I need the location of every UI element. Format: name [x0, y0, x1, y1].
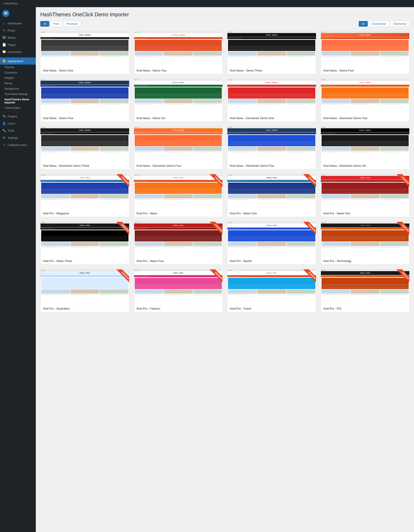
premium-corner-viral-pro-news-two: PREMIUM	[394, 174, 409, 190]
theme-card-viral-pro-sports[interactable]: PREMIUMVIRAL PROHomeWorldTechSportsEntVi…	[227, 221, 316, 265]
themes-grid: VIRAL NEWSHomeWorldTechSportsEntViral Ne…	[40, 31, 410, 312]
theme-name-viral-pro-news: Viral Pro - News	[134, 210, 223, 217]
sidebar-item-media[interactable]: 🖼 Media	[0, 34, 36, 41]
sidebar-item-settings[interactable]: ⚙ Settings	[0, 134, 36, 141]
theme-thumbnail-viral-news-el3: VIRAL NEWSHomeWorldTechSportsEnt	[40, 126, 129, 162]
theme-card-viral-pro-magazine[interactable]: PREMIUMVIRAL PROHomeWorldTechSportsEntVi…	[40, 174, 129, 217]
theme-card-viral-pro-technology[interactable]: PREMIUMVIRAL PROHomeWorldTechSportsEntVi…	[321, 221, 410, 265]
premium-corner-viral-pro-news-three: PREMIUM	[113, 222, 129, 238]
sidebar-label-tools: Tools	[8, 129, 14, 132]
sidebar-item-appearance[interactable]: 🎨 Appearance	[0, 57, 36, 65]
sidebar-item-collapse[interactable]: « Collapse menu	[0, 141, 36, 148]
theme-thumbnail-viral-news-el1: VIRAL NEWSHomeWorldTechSportsEnt	[227, 79, 316, 115]
sidebar-sub-viral-settings[interactable]: Viral News Settings	[2, 91, 36, 97]
premium-badge: PREMIUM	[210, 222, 222, 235]
sidebar-sub-themes[interactable]: Themes	[2, 65, 36, 70]
theme-card-viral-pro-fashion[interactable]: PREMIUMVIRAL PROHomeWorldTechSportsEntVi…	[134, 269, 223, 312]
filter-premium[interactable]: Premium	[63, 21, 81, 27]
theme-name-viral-pro-news-four: Viral Pro - News Four	[134, 257, 223, 265]
premium-corner-viral-pro-news-one: PREMIUM	[300, 174, 316, 190]
sidebar-label-comments: Comments	[8, 50, 22, 54]
premium-badge: PREMIUM	[303, 222, 316, 235]
page-title: HashThemes OneClick Demo Importer	[40, 12, 410, 18]
sidebar-item-plugins[interactable]: 🔌 Plugins	[0, 113, 36, 120]
premium-corner-viral-pro-sports: PREMIUM	[300, 222, 316, 238]
filter-right: All Customizer Elementor	[359, 21, 410, 27]
premium-badge: PREMIUM	[210, 269, 222, 282]
theme-name-viral-news-el5: Viral News - Elementor Demo Five	[227, 162, 316, 169]
theme-thumbnail-viral-news-el2: VIRAL NEWSHomeWorldTechSportsEnt	[321, 79, 410, 115]
sidebar-sub-demo-importer[interactable]: HashThemes Demo Importer	[2, 97, 36, 105]
sidebar-item-pages[interactable]: 📄 Pages	[0, 41, 36, 48]
filter-left: All Free Premium	[40, 21, 81, 27]
theme-card-viral-news-1[interactable]: VIRAL NEWSHomeWorldTechSportsEntViral Ne…	[40, 31, 129, 74]
theme-thumbnail-viral-pro-illustration: PREMIUMVIRAL PROHomeWorldTechSportsEnt	[40, 269, 129, 305]
appearance-submenu: Themes Customize Widgets Menus Backgroun…	[0, 65, 36, 111]
theme-thumbnail-viral-pro-travel: PREMIUMVIRAL PROHomeWorldTechSportsEnt	[227, 269, 316, 305]
theme-thumbnail-viral-pro-news-three: PREMIUMVIRAL PROHomeWorldTechSportsEnt	[40, 222, 129, 257]
theme-card-viral-pro-news-one[interactable]: PREMIUMVIRAL PROHomeWorldTechSportsEntVi…	[227, 174, 316, 217]
sidebar-item-posts[interactable]: ✎ Posts	[0, 27, 36, 34]
filter-all-left[interactable]: All	[40, 21, 49, 27]
theme-name-viral-news-el4: Viral News - Elementor Demo Four	[134, 162, 223, 169]
theme-card-viral-pro-news-two[interactable]: PREMIUMVIRAL PROHomeWorldTechSportsEntVi…	[321, 174, 410, 217]
sidebar-sub-customize[interactable]: Customize	[2, 70, 36, 75]
admin-bar: ⌂ WordPress	[0, 0, 414, 7]
sidebar-sub-theme-editor[interactable]: Theme Editor	[2, 105, 36, 111]
sidebar-sub-menus[interactable]: Menus	[2, 81, 36, 86]
theme-card-viral-news-el3[interactable]: VIRAL NEWSHomeWorldTechSportsEntViral Ne…	[40, 126, 129, 170]
premium-corner-viral-pro-rtl: PREMIUM	[394, 269, 409, 285]
sidebar-item-tools[interactable]: 🔧 Tools	[0, 127, 36, 134]
theme-thumbnail-viral-news-4: VIRAL NEWSHomeWorldTechSportsEnt	[321, 31, 410, 67]
theme-name-viral-pro-sports: Viral Pro - Sports	[227, 257, 316, 265]
theme-name-viral-news-el2: Viral News - Elementor Demo Two	[321, 115, 410, 122]
theme-card-viral-news-2[interactable]: ⬡ VIRAL NEWSHomeWorldTechSportsEntViral …	[134, 31, 223, 74]
theme-card-viral-news-el4[interactable]: VIRAL NEWSHomeWorldTechSportsEntViral Ne…	[134, 126, 223, 170]
theme-card-viral-pro-rtl[interactable]: PREMIUMVIRAL PROHomeWorldTechSportsEntVi…	[321, 269, 410, 312]
theme-thumbnail-viral-pro-news-two: PREMIUMVIRAL PROHomeWorldTechSportsEnt	[321, 174, 410, 210]
filter-free[interactable]: Free	[50, 21, 62, 27]
theme-name-viral-pro-news-three: Viral Pro - News Three	[40, 257, 129, 265]
sidebar-label-appearance: Appearance	[8, 59, 23, 63]
theme-card-viral-pro-news-four[interactable]: PREMIUMVIRAL PROHomeWorldTechSportsEntVi…	[134, 221, 223, 265]
premium-corner-viral-pro-illustration: PREMIUM	[113, 269, 129, 285]
filter-all-right[interactable]: All	[359, 21, 368, 27]
theme-card-viral-news-4[interactable]: VIRAL NEWSHomeWorldTechSportsEntViral Ne…	[321, 31, 410, 74]
tools-icon: 🔧	[2, 129, 6, 132]
theme-card-viral-news-el2[interactable]: VIRAL NEWSHomeWorldTechSportsEntViral Ne…	[321, 79, 410, 122]
sidebar-item-users[interactable]: 👤 Users	[0, 120, 36, 127]
filter-customizer[interactable]: Customizer	[369, 21, 389, 27]
theme-card-viral-pro-illustration[interactable]: PREMIUMVIRAL PROHomeWorldTechSportsEntVi…	[40, 269, 129, 312]
sidebar: W ⌂ Dashboard ✎ Posts 🖼 Media 📄 Pages 💬 …	[0, 7, 36, 532]
sidebar-sub-background[interactable]: Background	[2, 86, 36, 91]
theme-thumbnail-viral-news-el5: VIRAL NEWSHomeWorldTechSportsEnt	[227, 126, 316, 162]
theme-name-viral-pro-technology: Viral Pro - Technology	[321, 257, 410, 265]
theme-name-viral-news-el3: Viral News - Elementor Demo Three	[40, 162, 129, 169]
theme-card-viral-news-el5[interactable]: VIRAL NEWSHomeWorldTechSportsEntViral Ne…	[227, 126, 316, 170]
sidebar-label-dashboard: Dashboard	[8, 22, 22, 25]
theme-thumbnail-viral-news-1: VIRAL NEWSHomeWorldTechSportsEnt	[40, 31, 129, 67]
adminbar-logo: ⌂ WordPress	[2, 2, 18, 5]
premium-corner-viral-pro-travel: PREMIUM	[300, 269, 316, 285]
premium-badge: PREMIUM	[210, 174, 222, 187]
premium-badge: PREMIUM	[303, 269, 316, 282]
sidebar-item-comments[interactable]: 💬 Comments	[0, 48, 36, 56]
sidebar-label-pages: Pages	[8, 43, 16, 47]
theme-card-viral-news-6[interactable]: VIRAL NEWSHomeWorldTechSportsEntViral Ne…	[134, 79, 223, 122]
theme-card-viral-news-5[interactable]: VIRAL NEWSHomeWorldTechSportsEntViral Ne…	[40, 79, 129, 122]
premium-badge: PREMIUM	[396, 174, 409, 187]
premium-corner-viral-pro-news-four: PREMIUM	[207, 222, 222, 238]
theme-card-viral-pro-travel[interactable]: PREMIUMVIRAL PROHomeWorldTechSportsEntVi…	[227, 269, 316, 312]
filter-elementor[interactable]: Elementor	[391, 21, 410, 27]
media-icon: 🖼	[2, 36, 6, 39]
sidebar-item-dashboard[interactable]: ⌂ Dashboard	[0, 20, 36, 27]
sidebar-sub-widgets[interactable]: Widgets	[2, 75, 36, 81]
theme-card-viral-pro-news-three[interactable]: PREMIUMVIRAL PROHomeWorldTechSportsEntVi…	[40, 221, 129, 265]
comments-icon: 💬	[2, 50, 6, 54]
theme-card-viral-news-el6[interactable]: VIRAL NEWSHomeWorldTechSportsEntViral Ne…	[321, 126, 410, 170]
premium-corner-viral-pro-news: PREMIUM	[207, 174, 222, 190]
theme-card-viral-news-el1[interactable]: VIRAL NEWSHomeWorldTechSportsEntViral Ne…	[227, 79, 316, 122]
sidebar-label-media: Media	[8, 36, 15, 39]
theme-card-viral-pro-news[interactable]: PREMIUMVIRAL PROHomeWorldTechSportsEntVi…	[134, 174, 223, 217]
theme-card-viral-news-3[interactable]: VIRAL NEWSHomeWorldTechSportsEntViral Ne…	[227, 31, 316, 74]
